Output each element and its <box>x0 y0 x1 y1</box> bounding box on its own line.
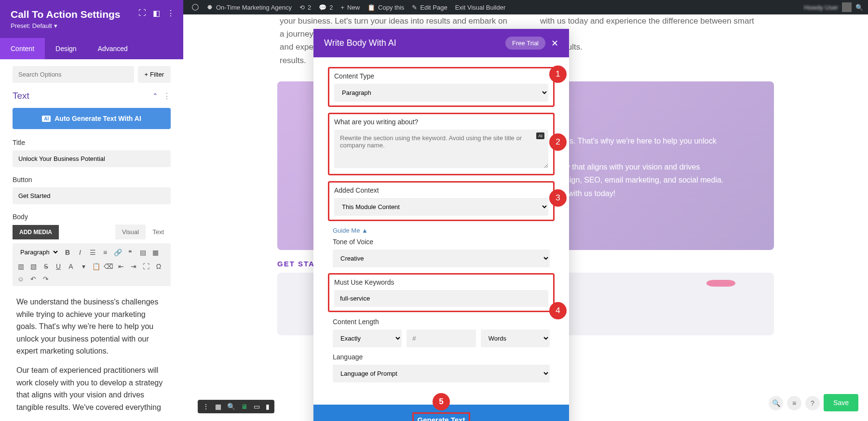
edit-page-button[interactable]: ✎ Edit Page <box>408 4 451 11</box>
language-select[interactable]: Language of Prompt <box>333 365 550 382</box>
text-tab[interactable]: Text <box>146 224 171 239</box>
wireframe-icon[interactable]: ▦ <box>215 403 221 410</box>
strike-icon[interactable]: S̶ <box>41 262 50 271</box>
free-trial-badge[interactable]: Free Trial <box>505 37 545 50</box>
tab-design[interactable]: Design <box>45 38 87 59</box>
editor-toolbar: Paragraph B I ☰ ≡ 🔗 ❝ ▤ ▦ ▥ ▧ S̶ U A ▾ 📋… <box>13 243 171 286</box>
underline-icon[interactable]: U <box>54 262 63 271</box>
user-name[interactable]: Howdy User <box>804 4 838 11</box>
align-right-icon[interactable]: ▥ <box>16 262 25 271</box>
tablet-icon[interactable]: ▭ <box>254 403 260 410</box>
align-left-icon[interactable]: ▤ <box>138 248 147 257</box>
link-icon[interactable]: 🔗 <box>113 248 122 257</box>
section-menu-icon[interactable]: ⋮ <box>163 92 171 101</box>
ol-icon[interactable]: ≡ <box>101 248 109 257</box>
help-icon[interactable]: ? <box>805 396 820 410</box>
redo-icon[interactable]: ↷ <box>41 275 50 283</box>
desktop-icon[interactable]: 🖥 <box>241 403 248 410</box>
search-icon[interactable]: 🔍 <box>855 4 863 11</box>
button-input[interactable] <box>13 187 171 204</box>
align-center-icon[interactable]: ▦ <box>151 248 160 257</box>
bold-icon[interactable]: B <box>63 248 72 257</box>
special-char-icon[interactable]: Ω <box>154 262 163 271</box>
length-mode-select[interactable]: Exactly <box>333 329 402 347</box>
keywords-input[interactable] <box>334 290 548 307</box>
site-link[interactable]: On-Time Marketing Agency <box>203 4 296 11</box>
length-label: Content Length <box>333 318 550 326</box>
editor-content[interactable]: We understand the business's challenges … <box>13 286 171 421</box>
comments-count[interactable]: 💬 2 <box>315 4 337 11</box>
tab-content[interactable]: Content <box>0 38 45 59</box>
length-field: Content Length Exactly Words <box>328 318 555 347</box>
section-text-title: Text <box>13 91 29 101</box>
added-context-field: 3 Added Context This Module Content <box>328 181 555 221</box>
paste-icon[interactable]: 📋 <box>92 262 100 271</box>
new-button[interactable]: + New <box>337 4 364 11</box>
zoom-icon[interactable]: 🔍 <box>227 403 235 410</box>
tone-label: Tone of Voice <box>333 238 550 246</box>
added-context-label: Added Context <box>334 186 548 194</box>
wp-logo[interactable] <box>188 4 203 11</box>
emoji-icon[interactable]: ☺ <box>16 275 25 283</box>
layers-icon[interactable]: ≡ <box>787 396 801 410</box>
guide-me-link[interactable]: Guide Me ▲ <box>333 227 550 234</box>
added-context-select[interactable]: This Module Content <box>334 198 548 216</box>
paragraph-select[interactable]: Paragraph <box>16 246 59 258</box>
writing-about-field: 2 What are you writing about? AI <box>328 113 555 175</box>
modal-title: Write Body With AI <box>324 38 396 48</box>
length-number-input[interactable] <box>407 329 475 347</box>
refresh-count[interactable]: ⟲ 2 <box>296 4 315 11</box>
sidebar-tabs: Content Design Advanced <box>0 38 183 59</box>
kebab-icon[interactable]: ⋮ <box>167 9 175 18</box>
title-input[interactable] <box>13 150 171 167</box>
indent-in-icon[interactable]: ⇥ <box>129 262 138 271</box>
search-input[interactable] <box>13 66 134 83</box>
expand-icon[interactable]: ⛶ <box>138 9 146 18</box>
modal-header: Write Body With AI Free Trial ✕ <box>313 29 569 57</box>
collapse-icon[interactable]: ⌃ <box>152 92 158 100</box>
writing-about-label: What are you writing about? <box>334 118 548 126</box>
dock-icon[interactable]: ◧ <box>153 9 160 18</box>
phone-icon[interactable]: ▮ <box>266 403 270 410</box>
ai-modal: Write Body With AI Free Trial ✕ 1 Conten… <box>313 29 569 421</box>
search-help-icon[interactable]: 🔍 <box>769 396 783 410</box>
exit-vb-button[interactable]: Exit Visual Builder <box>451 4 510 11</box>
content-type-select[interactable]: Paragraph <box>334 84 548 102</box>
copy-button[interactable]: 📋 Copy this <box>364 4 408 11</box>
avatar[interactable] <box>842 2 852 12</box>
language-label: Language <box>333 353 550 361</box>
save-button[interactable]: Save <box>824 394 858 411</box>
filter-button[interactable]: + Filter <box>138 66 171 83</box>
length-unit-select[interactable]: Words <box>481 329 550 347</box>
ai-inline-icon[interactable]: AI <box>536 132 544 139</box>
auto-generate-ai-button[interactable]: AI Auto Generate Text With AI <box>13 108 171 129</box>
ul-icon[interactable]: ☰ <box>88 248 97 257</box>
wp-admin-bar: On-Time Marketing Agency ⟲ 2 💬 2 + New 📋… <box>183 0 868 14</box>
italic-icon[interactable]: I <box>76 248 84 257</box>
callout-2: 2 <box>549 133 567 151</box>
button-label: Button <box>13 176 171 184</box>
generate-text-button[interactable]: 5 Generate Text <box>313 405 569 421</box>
indent-out-icon[interactable]: ⇤ <box>117 262 125 271</box>
tone-field: Guide Me ▲ Tone of Voice Creative <box>328 227 555 267</box>
more-icon[interactable]: ▾ <box>79 262 88 271</box>
callout-3: 3 <box>549 189 567 207</box>
fullscreen-icon[interactable]: ⛶ <box>142 262 150 271</box>
writing-about-input[interactable] <box>334 130 548 168</box>
undo-icon[interactable]: ↶ <box>29 275 38 283</box>
device-toolbar: ⋮ ▦ 🔍 🖥 ▭ ▮ <box>198 400 274 413</box>
modal-close-icon[interactable]: ✕ <box>551 38 558 49</box>
content-type-label: Content Type <box>334 72 548 80</box>
text-color-icon[interactable]: A <box>67 262 75 271</box>
content-type-field: 1 Content Type Paragraph <box>328 67 555 107</box>
menu-icon[interactable]: ⋮ <box>203 403 209 410</box>
add-media-button[interactable]: ADD MEDIA <box>13 225 59 239</box>
visual-tab[interactable]: Visual <box>115 224 146 239</box>
quote-icon[interactable]: ❝ <box>126 248 135 257</box>
align-justify-icon[interactable]: ▧ <box>29 262 38 271</box>
preset-selector[interactable]: Preset: Default ▾ <box>11 22 173 29</box>
settings-sidebar: Call To Action Settings Preset: Default … <box>0 0 183 421</box>
tone-select[interactable]: Creative <box>333 250 550 267</box>
tab-advanced[interactable]: Advanced <box>87 38 138 59</box>
clear-icon[interactable]: ⌫ <box>104 262 113 271</box>
